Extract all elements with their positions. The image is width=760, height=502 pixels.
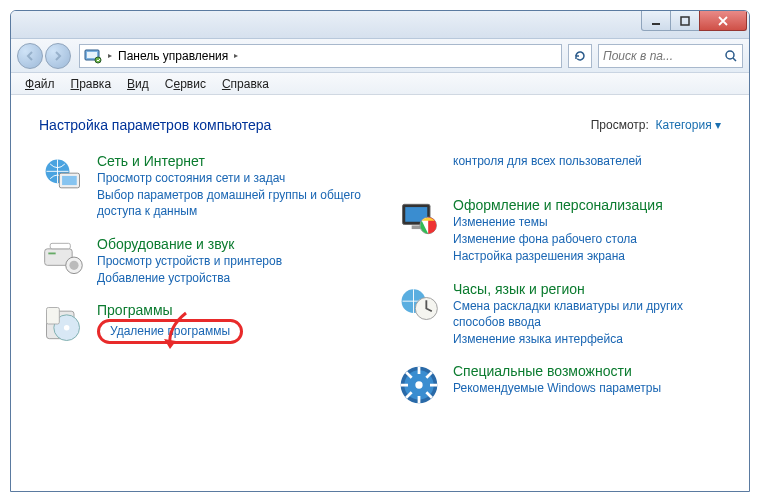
svg-rect-20 (412, 225, 421, 229)
category-link[interactable]: Изменение фона рабочего стола (453, 231, 663, 247)
category-hardware: Оборудование и звук Просмотр устройств и… (39, 234, 365, 286)
menu-help[interactable]: Справка (216, 75, 275, 93)
menu-tools[interactable]: Сервис (159, 75, 212, 93)
category-link[interactable]: Рекомендуемые Windows параметры (453, 380, 661, 396)
svg-rect-8 (62, 176, 77, 185)
refresh-button[interactable] (568, 44, 592, 68)
category-link[interactable]: Изменение языка интерфейса (453, 331, 721, 347)
clock-icon (395, 279, 443, 327)
personalization-icon (395, 195, 443, 243)
category-link[interactable]: Добавление устройства (97, 270, 282, 286)
page-title: Настройка параметров компьютера (39, 117, 271, 133)
search-input[interactable] (603, 49, 703, 63)
category-link[interactable]: Изменение темы (453, 214, 663, 230)
control-panel-window: ▸ Панель управления ▸ ФФайлайл Правка Ви… (10, 10, 750, 492)
category-link[interactable]: Просмотр состояния сети и задач (97, 170, 365, 186)
minimize-button[interactable] (641, 11, 671, 31)
category-link[interactable]: Смена раскладки клавиатуры или других сп… (453, 298, 721, 330)
svg-point-12 (69, 260, 78, 269)
category-title[interactable]: Программы (97, 302, 243, 318)
category-accessibility: Специальные возможности Рекомендуемые Wi… (395, 361, 721, 409)
svg-point-26 (415, 382, 422, 389)
svg-point-16 (64, 325, 70, 331)
navbar: ▸ Панель управления ▸ (11, 39, 749, 73)
category-personalization: Оформление и персонализация Изменение те… (395, 195, 721, 265)
menu-file[interactable]: ФФайлайл (19, 75, 61, 93)
category-title[interactable]: Сеть и Интернет (97, 153, 365, 169)
view-mode-link[interactable]: Категория ▾ (656, 118, 721, 132)
right-column: контроля для всех пользователей Оформлен… (395, 151, 721, 409)
menu-edit[interactable]: Правка (65, 75, 118, 93)
svg-rect-13 (50, 243, 70, 249)
orphan-links: контроля для всех пользователей (395, 151, 721, 181)
nav-forward-button[interactable] (45, 43, 71, 69)
category-title[interactable]: Часы, язык и регион (453, 281, 721, 297)
breadcrumb-item[interactable]: Панель управления (118, 49, 228, 63)
menubar: ФФайлайл Правка Вид Сервис Справка (11, 73, 749, 95)
category-clock: Часы, язык и регион Смена раскладки клав… (395, 279, 721, 348)
nav-back-button[interactable] (17, 43, 43, 69)
close-button[interactable] (699, 11, 747, 31)
content-area: Настройка параметров компьютера Просмотр… (11, 95, 749, 491)
menu-view[interactable]: Вид (121, 75, 155, 93)
search-box[interactable] (598, 44, 743, 68)
maximize-button[interactable] (670, 11, 700, 31)
category-link[interactable]: Выбор параметров домашней группы и общег… (97, 187, 365, 219)
control-panel-icon (84, 48, 102, 64)
programs-icon (39, 300, 87, 348)
category-network: Сеть и Интернет Просмотр состояния сети … (39, 151, 365, 220)
accessibility-icon (395, 361, 443, 409)
svg-rect-10 (48, 252, 55, 254)
highlighted-link: Удаление программы (97, 319, 243, 344)
svg-point-5 (726, 51, 734, 59)
network-icon (39, 151, 87, 199)
category-link[interactable]: Просмотр устройств и принтеров (97, 253, 282, 269)
uninstall-program-link[interactable]: Удаление программы (110, 324, 230, 338)
category-title[interactable]: Оборудование и звук (97, 236, 282, 252)
svg-point-4 (95, 57, 101, 63)
titlebar (11, 11, 749, 39)
svg-rect-3 (87, 52, 97, 58)
left-column: Сеть и Интернет Просмотр состояния сети … (39, 151, 365, 409)
search-icon (724, 49, 738, 63)
category-programs: Программы Удаление программы (39, 300, 365, 348)
category-title[interactable]: Специальные возможности (453, 363, 661, 379)
category-link[interactable]: Настройка разрешения экрана (453, 248, 663, 264)
category-title[interactable]: Оформление и персонализация (453, 197, 663, 213)
hardware-icon (39, 234, 87, 282)
svg-rect-17 (47, 308, 60, 325)
svg-rect-0 (652, 23, 660, 25)
view-selector: Просмотр: Категория ▾ (591, 118, 721, 132)
svg-rect-1 (681, 17, 689, 25)
address-bar[interactable]: ▸ Панель управления ▸ (79, 44, 562, 68)
